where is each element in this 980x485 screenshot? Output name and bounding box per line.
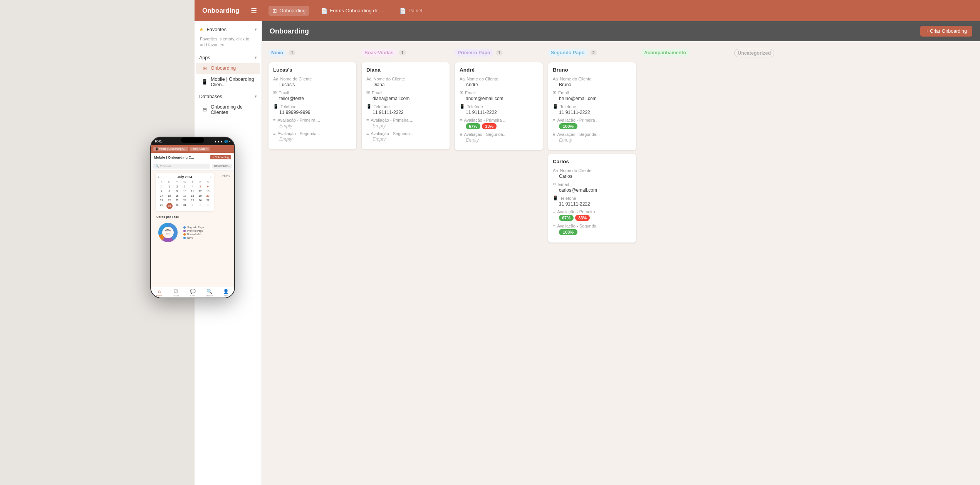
phone-icon: 📱 <box>273 104 279 109</box>
card-field: Aa Nome do Cliente Lucas's <box>273 77 352 87</box>
cal-day[interactable]: 8 <box>166 189 173 193</box>
cal-day-today[interactable]: 29 <box>166 203 173 209</box>
cal-day[interactable]: 16 <box>173 194 181 198</box>
cal-day[interactable]: 10 <box>181 189 188 193</box>
tab-onboarding[interactable]: ⊞ Onboarding <box>268 6 309 16</box>
card-carlos[interactable]: Carlos Aa Nome do Cliente Carlos ✉ <box>548 154 636 243</box>
sidebar-item-onboarding-clientes[interactable]: ⊟ Onboarding de Clientes <box>196 102 260 118</box>
sidebar-item-onboarding[interactable]: ⊞ Onboarding <box>196 63 260 74</box>
field-empty: Empty <box>273 123 352 129</box>
card-andre[interactable]: André Aa Nome do Cliente André ✉ <box>455 62 543 151</box>
cal-day[interactable]: 6 <box>204 184 211 189</box>
cal-day[interactable]: 5 <box>196 184 204 189</box>
sidebar-item-db-label: Onboarding de Clientes <box>211 104 255 115</box>
cal-day[interactable]: 17 <box>181 194 188 198</box>
top-bar: Onboarding ☰ ⊞ Onboarding 📄 Forms Onboar… <box>195 0 980 21</box>
phone-screen: 📱 Mobile | Onboarding C... Forms Onbo > … <box>151 145 234 298</box>
phone-filter-button[interactable]: Responsáv... <box>212 164 232 169</box>
sidebar-favorites-header[interactable]: ★ Favorites ▾ <box>195 24 262 35</box>
field-empty: Empty <box>460 137 538 143</box>
sidebar-item-mobile[interactable]: 📱 Mobile | Onboarding Clien... <box>196 74 260 90</box>
cal-day[interactable]: 1 <box>166 184 173 189</box>
page-title: Onboarding <box>270 27 309 35</box>
field-label: ≡ Avaliação - Primeira ... <box>273 118 352 122</box>
cal-day[interactable]: 27 <box>204 198 211 202</box>
phone-tab-1[interactable]: 📱 Mobile | Onboarding C... <box>153 147 188 151</box>
cal-day[interactable]: 9 <box>173 189 181 193</box>
cal-day[interactable]: 21 <box>158 198 165 202</box>
phone-tab2-label: Forms Onbo > <box>191 147 208 150</box>
cal-day[interactable]: 24 <box>181 198 188 202</box>
cal-day[interactable]: 11 <box>189 189 196 193</box>
cal-day[interactable]: 18 <box>189 194 196 198</box>
phone-onboarding-button[interactable]: + Onboarding <box>210 155 231 159</box>
cal-day[interactable]: 13 <box>204 189 211 193</box>
app-container: 9:41 ▲▲▲ 🌐 ▪ 📱 Mobile | Onboarding C... <box>0 0 980 485</box>
progress-bars: 67% 33% <box>553 215 631 221</box>
sidebar-apps-header[interactable]: Apps ▾ <box>195 53 262 63</box>
cal-day[interactable]: 15 <box>166 194 173 198</box>
cal-day[interactable]: 1 <box>189 203 196 209</box>
phone-search-input[interactable]: 🔍 Procurar <box>153 164 210 169</box>
text-icon: Aa <box>553 77 558 81</box>
sidebar-item-mobile-label: Mobile | Onboarding Clien... <box>211 77 255 87</box>
cal-day[interactable]: 30 <box>173 203 181 209</box>
phone-nav-search[interactable]: 🔍 Search <box>201 289 218 297</box>
column-label-novo: Novo <box>268 49 286 57</box>
cal-day[interactable]: 23 <box>173 198 181 202</box>
cal-day[interactable]: 20 <box>204 194 211 198</box>
card-lucas[interactable]: Lucas's Aa Nome do Cliente Lucas's <box>268 62 357 150</box>
cal-day[interactable]: 14 <box>158 194 165 198</box>
column-label-segundo-papo: Segundo Papo <box>548 49 588 57</box>
sidebar-databases-header[interactable]: Databases ▾ <box>195 92 262 102</box>
cal-header-t1: T <box>173 181 181 184</box>
chat-icon: 💬 <box>190 289 196 294</box>
cal-day[interactable]: 2 <box>173 184 181 189</box>
search-label: Search <box>206 294 213 297</box>
card-field: ≡ Avaliação - Segunda... Empty <box>460 132 538 143</box>
home-label: Home <box>156 294 163 297</box>
field-label: ≡ Avaliação - Primeira ... <box>553 118 631 122</box>
field-label-text: Nome do Cliente <box>373 77 405 81</box>
cal-day[interactable]: 19 <box>196 194 204 198</box>
calendar-prev[interactable]: ‹ <box>158 175 159 179</box>
field-label: ≡ Avaliação - Segunda... <box>366 131 445 136</box>
phone-nav-chat[interactable]: 💬 Chat <box>184 289 201 297</box>
cal-day[interactable]: 31 <box>181 203 188 209</box>
favorites-label: Favorites <box>206 27 226 32</box>
tab-forms[interactable]: 📄 Forms Onboarding de ... <box>317 6 388 16</box>
card-diana[interactable]: Diana Aa Nome do Cliente Diana ✉ <box>361 62 450 150</box>
phone-calendar: ‹ July 2024 › S M T W T F S 30 <box>156 173 214 211</box>
column-count-novo: 1 <box>289 50 295 55</box>
legend-label: Boas-Vindas <box>187 233 201 236</box>
phone-nav-tasks[interactable]: ☑ Tasks <box>168 289 184 297</box>
column-label-uncategorized: Uncategorized <box>734 49 774 57</box>
cal-day[interactable]: 30 <box>158 184 165 189</box>
cal-day[interactable]: 3 <box>181 184 188 189</box>
rating-icon: ≡ <box>460 118 462 122</box>
tab-forms-icon: 📄 <box>321 8 327 14</box>
cal-day[interactable]: 2 <box>196 203 204 209</box>
column-header-novo: Novo 1 <box>268 47 357 58</box>
menu-icon[interactable]: ☰ <box>251 7 257 15</box>
create-onboarding-button[interactable]: + Criar Onboarding <box>920 26 972 37</box>
field-label-text: Telefone <box>560 196 576 201</box>
cal-day[interactable]: 25 <box>189 198 196 202</box>
field-label: Aa Nome do Cliente <box>553 77 631 81</box>
cal-day[interactable]: 28 <box>158 203 165 209</box>
phone-tab-2[interactable]: Forms Onbo > <box>190 147 210 151</box>
cal-day[interactable]: 26 <box>196 198 204 202</box>
cal-day[interactable]: 12 <box>196 189 204 193</box>
cal-day[interactable]: 4 <box>189 184 196 189</box>
card-bruno[interactable]: Bruno Aa Nome do Cliente Bruno ✉ <box>548 62 636 151</box>
grid-icon: ⊞ <box>201 65 208 71</box>
cal-day[interactable]: 7 <box>158 189 165 193</box>
field-label: 📱 Telefone <box>553 196 631 201</box>
tab-painel[interactable]: 📄 Painel <box>396 6 426 16</box>
calendar-next[interactable]: › <box>210 175 211 179</box>
cal-day[interactable]: 22 <box>166 198 173 202</box>
cal-day[interactable]: 3 <box>204 203 211 209</box>
chart-container: 40% 30% Segundo Papo Primeiro Papo <box>156 221 229 244</box>
phone-nav-home[interactable]: ⌂ Home <box>151 289 168 297</box>
legend-dot <box>183 230 186 232</box>
